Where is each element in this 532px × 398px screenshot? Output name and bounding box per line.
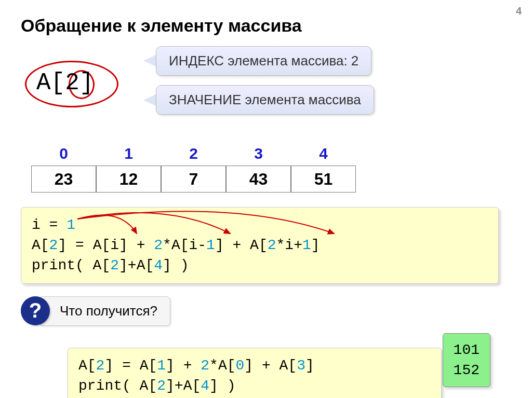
code-number: 1 bbox=[157, 358, 166, 374]
index-cell: 3 bbox=[226, 145, 291, 162]
code-text: *A[ bbox=[209, 358, 235, 374]
code-text: print( A[ bbox=[32, 257, 110, 273]
question-text: Что получится? bbox=[38, 296, 170, 326]
result-box: 101 152 bbox=[443, 333, 490, 387]
code-line: print( A[2]+A[4] ) bbox=[32, 255, 488, 276]
code-text: A[ bbox=[32, 237, 49, 253]
code-number: 0 bbox=[236, 358, 245, 374]
value-row: 23 12 7 43 51 bbox=[31, 166, 511, 193]
index-row: 0 1 2 3 4 bbox=[31, 145, 511, 162]
code-text: ] + bbox=[166, 358, 201, 374]
array-access-expr: A[2] bbox=[36, 70, 94, 97]
code-line: A[2] = A[i] + 2*A[i-1] + A[2*i+1] bbox=[32, 235, 488, 255]
code-line: print( A[2]+A[4] ) bbox=[78, 376, 431, 396]
value-cell: 7 bbox=[161, 166, 226, 193]
page-title: Обращение к элементу массива bbox=[21, 16, 511, 36]
top-section: A[2] ИНДЕКС элемента массива: 2 ЗНАЧЕНИЕ… bbox=[21, 46, 511, 140]
code-number: 2 bbox=[49, 237, 58, 253]
value-cell: 23 bbox=[31, 166, 96, 193]
bottom-row: A[2] = A[1] + 2*A[0] + A[3] print( A[2]+… bbox=[21, 333, 511, 398]
code-number: 2 bbox=[154, 237, 163, 253]
code-text: *i+ bbox=[276, 237, 302, 253]
code-text: i = bbox=[32, 217, 66, 233]
code-block-1: i = 1 A[2] = A[i] + 2*A[i-1] + A[2*i+1] … bbox=[21, 207, 499, 284]
code-line: i = 1 bbox=[32, 215, 488, 235]
index-cell: 1 bbox=[96, 145, 161, 162]
code-number: 1 bbox=[206, 237, 215, 253]
result-line: 152 bbox=[454, 360, 480, 380]
code-number: 4 bbox=[154, 257, 163, 273]
code-number: 4 bbox=[201, 378, 209, 394]
callout-index: ИНДЕКС элемента массива: 2 bbox=[156, 46, 371, 76]
code-text: ]+A[ bbox=[166, 378, 201, 394]
code-number: 2 bbox=[157, 378, 166, 394]
index-cell: 0 bbox=[31, 145, 96, 162]
array-visual: 0 1 2 3 4 23 12 7 43 51 bbox=[21, 145, 511, 193]
question-mark-icon: ? bbox=[21, 296, 50, 325]
value-cell: 51 bbox=[291, 166, 356, 193]
code-number: 2 bbox=[96, 358, 105, 374]
code-text: A[ bbox=[78, 358, 96, 374]
page-number: 4 bbox=[516, 5, 522, 17]
callout-tail-2 bbox=[143, 94, 157, 106]
code-number: 1 bbox=[302, 237, 311, 253]
question-row: ? Что получится? bbox=[21, 296, 511, 326]
index-cell: 2 bbox=[161, 145, 226, 162]
value-cell: 43 bbox=[226, 166, 291, 193]
code-number: 2 bbox=[268, 237, 276, 253]
code-block-2: A[2] = A[1] + 2*A[0] + A[3] print( A[2]+… bbox=[68, 348, 442, 398]
callout-value: ЗНАЧЕНИЕ элемента массива bbox=[156, 85, 374, 115]
code-text: ]+A[ bbox=[119, 257, 154, 273]
code-text: *A[i- bbox=[163, 237, 206, 253]
code-text: ] = A[ bbox=[104, 358, 157, 374]
result-line: 101 bbox=[454, 340, 480, 360]
code-text: ] bbox=[311, 237, 320, 253]
code-number: 2 bbox=[110, 257, 119, 273]
code-text: ] + A[ bbox=[244, 358, 297, 374]
code-number: 2 bbox=[201, 358, 209, 374]
index-cell: 4 bbox=[291, 145, 356, 162]
code-text: print( A[ bbox=[78, 378, 157, 394]
code-line: A[2] = A[1] + 2*A[0] + A[3] bbox=[78, 355, 431, 376]
code-text: ] bbox=[305, 358, 314, 374]
value-cell: 12 bbox=[96, 166, 161, 193]
code-text: ] + A[ bbox=[215, 237, 268, 253]
code-text: ] = A[i] + bbox=[58, 237, 154, 253]
code-text: ] ) bbox=[209, 378, 235, 394]
code-number: 3 bbox=[297, 358, 305, 374]
callout-tail-1 bbox=[143, 54, 157, 67]
code-text: ] ) bbox=[163, 257, 189, 273]
code-number: 1 bbox=[66, 217, 75, 233]
